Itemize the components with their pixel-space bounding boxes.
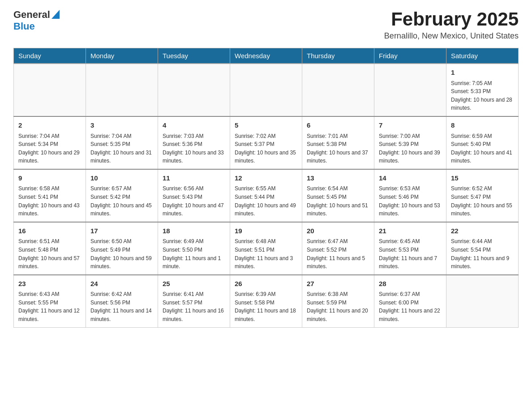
day-number: 4 (163, 120, 225, 131)
day-info: Sunrise: 7:04 AM Sunset: 5:35 PM Dayligh… (90, 132, 153, 165)
calendar-cell: 15Sunrise: 6:52 AM Sunset: 5:47 PM Dayli… (446, 169, 519, 222)
calendar-cell: 17Sunrise: 6:50 AM Sunset: 5:49 PM Dayli… (86, 222, 158, 275)
calendar-cell: 8Sunrise: 6:59 AM Sunset: 5:40 PM Daylig… (446, 116, 519, 169)
day-number: 1 (451, 68, 514, 78)
day-number: 8 (451, 120, 514, 131)
day-info: Sunrise: 6:37 AM Sunset: 6:00 PM Dayligh… (379, 290, 442, 323)
calendar-week-row: 9Sunrise: 6:58 AM Sunset: 5:41 PM Daylig… (14, 169, 519, 222)
day-info: Sunrise: 6:52 AM Sunset: 5:47 PM Dayligh… (451, 184, 514, 218)
day-info: Sunrise: 6:41 AM Sunset: 5:57 PM Dayligh… (163, 290, 225, 323)
day-info: Sunrise: 6:43 AM Sunset: 5:55 PM Dayligh… (18, 290, 81, 323)
logo: General Blue (13, 9, 60, 32)
day-info: Sunrise: 6:53 AM Sunset: 5:46 PM Dayligh… (379, 184, 442, 218)
calendar-header-row: SundayMondayTuesdayWednesdayThursdayFrid… (14, 48, 519, 64)
day-number: 7 (379, 120, 442, 131)
day-info: Sunrise: 6:50 AM Sunset: 5:49 PM Dayligh… (90, 237, 153, 270)
calendar-cell: 5Sunrise: 7:02 AM Sunset: 5:37 PM Daylig… (230, 116, 302, 169)
calendar-cell: 22Sunrise: 6:44 AM Sunset: 5:54 PM Dayli… (446, 222, 519, 275)
day-number: 15 (451, 173, 514, 184)
day-number: 14 (379, 173, 442, 184)
day-of-week-header: Sunday (14, 48, 86, 64)
calendar-cell: 16Sunrise: 6:51 AM Sunset: 5:48 PM Dayli… (14, 222, 86, 275)
day-info: Sunrise: 7:04 AM Sunset: 5:34 PM Dayligh… (18, 132, 81, 165)
day-info: Sunrise: 7:00 AM Sunset: 5:39 PM Dayligh… (379, 132, 442, 165)
title-section: February 2025 Bernalillo, New Mexico, Un… (384, 9, 519, 41)
day-number: 19 (235, 226, 297, 236)
calendar-cell: 4Sunrise: 7:03 AM Sunset: 5:36 PM Daylig… (158, 116, 230, 169)
calendar-cell: 25Sunrise: 6:41 AM Sunset: 5:57 PM Dayli… (158, 275, 230, 327)
calendar-week-row: 23Sunrise: 6:43 AM Sunset: 5:55 PM Dayli… (14, 275, 519, 327)
day-number: 20 (307, 226, 369, 236)
day-number: 3 (90, 120, 153, 131)
calendar-cell (230, 64, 302, 116)
day-number: 9 (18, 173, 81, 184)
day-info: Sunrise: 7:03 AM Sunset: 5:36 PM Dayligh… (163, 132, 225, 165)
day-info: Sunrise: 6:44 AM Sunset: 5:54 PM Dayligh… (451, 237, 514, 270)
calendar-table: SundayMondayTuesdayWednesdayThursdayFrid… (13, 48, 519, 327)
calendar-cell: 3Sunrise: 7:04 AM Sunset: 5:35 PM Daylig… (86, 116, 158, 169)
day-number: 10 (90, 173, 153, 184)
day-number: 18 (163, 226, 225, 236)
day-number: 27 (307, 279, 369, 289)
day-number: 12 (235, 173, 297, 184)
month-title: February 2025 (384, 9, 519, 30)
calendar-cell: 1Sunrise: 7:05 AM Sunset: 5:33 PM Daylig… (446, 64, 519, 116)
calendar-cell: 10Sunrise: 6:57 AM Sunset: 5:42 PM Dayli… (86, 169, 158, 222)
calendar-week-row: 2Sunrise: 7:04 AM Sunset: 5:34 PM Daylig… (14, 116, 519, 169)
day-info: Sunrise: 6:48 AM Sunset: 5:51 PM Dayligh… (235, 237, 297, 270)
day-info: Sunrise: 6:42 AM Sunset: 5:56 PM Dayligh… (90, 290, 153, 323)
day-number: 21 (379, 226, 442, 236)
day-info: Sunrise: 6:47 AM Sunset: 5:52 PM Dayligh… (307, 237, 369, 270)
location-title: Bernalillo, New Mexico, United States (384, 31, 519, 41)
calendar-cell (158, 64, 230, 116)
day-info: Sunrise: 6:59 AM Sunset: 5:40 PM Dayligh… (451, 132, 514, 165)
day-number: 26 (235, 279, 297, 289)
day-info: Sunrise: 6:57 AM Sunset: 5:42 PM Dayligh… (90, 184, 153, 218)
calendar-cell: 6Sunrise: 7:01 AM Sunset: 5:38 PM Daylig… (302, 116, 374, 169)
day-number: 2 (18, 120, 81, 131)
day-info: Sunrise: 6:54 AM Sunset: 5:45 PM Dayligh… (307, 184, 369, 218)
logo-blue-text: Blue (13, 21, 35, 32)
day-info: Sunrise: 6:38 AM Sunset: 5:59 PM Dayligh… (307, 290, 369, 323)
day-info: Sunrise: 7:05 AM Sunset: 5:33 PM Dayligh… (451, 79, 514, 112)
day-info: Sunrise: 6:56 AM Sunset: 5:43 PM Dayligh… (163, 184, 225, 218)
calendar-cell: 2Sunrise: 7:04 AM Sunset: 5:34 PM Daylig… (14, 116, 86, 169)
day-number: 23 (18, 279, 81, 289)
calendar-cell: 11Sunrise: 6:56 AM Sunset: 5:43 PM Dayli… (158, 169, 230, 222)
calendar-cell (374, 64, 446, 116)
day-number: 28 (379, 279, 442, 289)
day-info: Sunrise: 6:51 AM Sunset: 5:48 PM Dayligh… (18, 237, 81, 270)
day-info: Sunrise: 6:45 AM Sunset: 5:53 PM Dayligh… (379, 237, 442, 270)
day-number: 22 (451, 226, 514, 236)
day-info: Sunrise: 6:39 AM Sunset: 5:58 PM Dayligh… (235, 290, 297, 323)
calendar-cell: 13Sunrise: 6:54 AM Sunset: 5:45 PM Dayli… (302, 169, 374, 222)
calendar-cell (86, 64, 158, 116)
calendar-cell: 18Sunrise: 6:49 AM Sunset: 5:50 PM Dayli… (158, 222, 230, 275)
day-number: 24 (90, 279, 153, 289)
calendar-cell (14, 64, 86, 116)
day-number: 5 (235, 120, 297, 131)
day-of-week-header: Friday (374, 48, 446, 64)
calendar-cell: 26Sunrise: 6:39 AM Sunset: 5:58 PM Dayli… (230, 275, 302, 327)
page-header: General Blue February 2025 Bernalillo, N… (13, 9, 519, 41)
calendar-cell: 21Sunrise: 6:45 AM Sunset: 5:53 PM Dayli… (374, 222, 446, 275)
day-number: 11 (163, 173, 225, 184)
calendar-cell: 24Sunrise: 6:42 AM Sunset: 5:56 PM Dayli… (86, 275, 158, 327)
calendar-cell: 12Sunrise: 6:55 AM Sunset: 5:44 PM Dayli… (230, 169, 302, 222)
day-of-week-header: Thursday (302, 48, 374, 64)
calendar-cell: 20Sunrise: 6:47 AM Sunset: 5:52 PM Dayli… (302, 222, 374, 275)
calendar-cell: 7Sunrise: 7:00 AM Sunset: 5:39 PM Daylig… (374, 116, 446, 169)
calendar-cell: 27Sunrise: 6:38 AM Sunset: 5:59 PM Dayli… (302, 275, 374, 327)
logo-general-text: General (13, 9, 50, 21)
day-number: 13 (307, 173, 369, 184)
day-number: 16 (18, 226, 81, 236)
day-info: Sunrise: 7:02 AM Sunset: 5:37 PM Dayligh… (235, 132, 297, 165)
calendar-week-row: 16Sunrise: 6:51 AM Sunset: 5:48 PM Dayli… (14, 222, 519, 275)
calendar-cell: 14Sunrise: 6:53 AM Sunset: 5:46 PM Dayli… (374, 169, 446, 222)
calendar-cell: 19Sunrise: 6:48 AM Sunset: 5:51 PM Dayli… (230, 222, 302, 275)
day-of-week-header: Wednesday (230, 48, 302, 64)
calendar-cell: 9Sunrise: 6:58 AM Sunset: 5:41 PM Daylig… (14, 169, 86, 222)
day-info: Sunrise: 6:49 AM Sunset: 5:50 PM Dayligh… (163, 237, 225, 270)
day-number: 25 (163, 279, 225, 289)
calendar-cell: 28Sunrise: 6:37 AM Sunset: 6:00 PM Dayli… (374, 275, 446, 327)
